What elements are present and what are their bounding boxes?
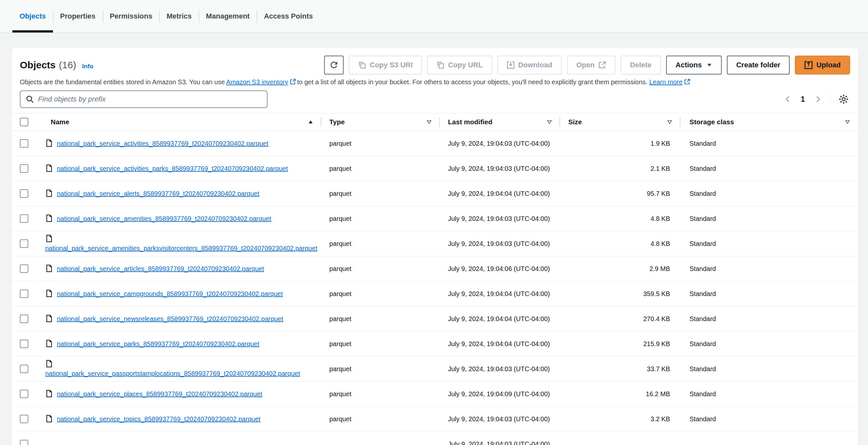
- tab-objects[interactable]: Objects: [12, 0, 53, 32]
- type-cell: parquet: [321, 406, 440, 431]
- storage-class-cell: Standard: [680, 281, 858, 306]
- select-all-checkbox[interactable]: [20, 118, 28, 126]
- object-link[interactable]: national_park_service_newsreleases_85899…: [57, 315, 283, 322]
- row-checkbox[interactable]: [20, 365, 28, 373]
- caret-down-icon: [706, 62, 712, 68]
- delete-button[interactable]: Delete: [621, 56, 661, 75]
- tab-management[interactable]: Management: [198, 0, 256, 32]
- table-row: national_park_service_topics_8589937769_…: [12, 406, 858, 431]
- s3-inventory-link[interactable]: Amazon S3 inventory: [226, 79, 288, 86]
- learn-more-link[interactable]: Learn more: [649, 79, 682, 86]
- object-link[interactable]: national_park_service_parks_8589937769_t…: [57, 340, 259, 348]
- object-link[interactable]: national_park_service_alerts_8589937769_…: [57, 190, 259, 197]
- copy-icon: [437, 61, 444, 69]
- size-cell: 270.4 KB: [560, 306, 680, 331]
- gear-icon: [838, 94, 849, 105]
- row-checkbox[interactable]: [20, 239, 28, 248]
- column-header-storage-class[interactable]: Storage class: [680, 114, 858, 131]
- object-link[interactable]: national_park_service_amenities_parksvis…: [45, 245, 317, 252]
- search-icon: [26, 95, 34, 103]
- create-folder-button[interactable]: Create folder: [727, 56, 790, 75]
- object-link[interactable]: national_park_service_topics_8589937769_…: [57, 415, 260, 422]
- row-checkbox[interactable]: [20, 264, 28, 273]
- tab-permissions[interactable]: Permissions: [103, 0, 160, 32]
- tab-access-points[interactable]: Access Points: [257, 0, 320, 32]
- last-modified-cell: July 9, 2024, 19:04:04 (UTC-04:00): [440, 331, 560, 356]
- type-cell: parquet: [321, 381, 440, 406]
- table-row: national_park_service_articles_858993776…: [12, 256, 858, 281]
- row-checkbox[interactable]: [20, 440, 28, 445]
- copy-url-button[interactable]: Copy URL: [427, 56, 492, 75]
- object-link[interactable]: national_park_service_campgrounds_858993…: [57, 290, 283, 297]
- type-cell: parquet: [321, 356, 440, 381]
- column-header-last-modified[interactable]: Last modified: [440, 114, 560, 131]
- type-cell: [321, 431, 440, 445]
- row-checkbox[interactable]: [20, 415, 28, 423]
- upload-button[interactable]: Upload: [795, 56, 850, 75]
- storage-class-cell: Standard: [680, 331, 858, 356]
- table-row: national_park_service_places_8589937769_…: [12, 381, 858, 406]
- size-cell: 359.5 KB: [560, 281, 680, 306]
- page-title: Objects: [20, 60, 56, 70]
- row-checkbox[interactable]: [20, 290, 28, 298]
- page-number[interactable]: 1: [801, 95, 805, 104]
- size-cell: 3.2 KB: [560, 406, 680, 431]
- object-link[interactable]: national_park_service_activities_parks_8…: [57, 165, 288, 172]
- storage-class-cell: Standard: [680, 256, 858, 281]
- previous-page-button[interactable]: [782, 93, 794, 105]
- refresh-button[interactable]: [324, 56, 344, 75]
- file-icon: [45, 235, 317, 242]
- row-checkbox[interactable]: [20, 164, 28, 173]
- objects-panel: Objects (16) Info: [12, 48, 858, 445]
- open-button[interactable]: Open: [567, 56, 615, 75]
- column-header-type[interactable]: Type: [321, 114, 440, 131]
- size-cell: 95.7 KB: [560, 181, 680, 206]
- row-checkbox[interactable]: [20, 339, 28, 348]
- table-row: national_park_service_parks_8589937769_t…: [12, 331, 858, 356]
- pagination: 1: [782, 93, 850, 106]
- file-icon: [45, 214, 53, 222]
- row-checkbox[interactable]: [20, 315, 28, 323]
- column-header-name[interactable]: Name: [42, 114, 321, 131]
- object-link[interactable]: national_park_service_amenities_85899377…: [57, 215, 271, 222]
- size-cell: 2.9 MB: [560, 256, 680, 281]
- file-icon: [45, 339, 53, 348]
- pager-divider: [830, 93, 831, 105]
- type-cell: parquet: [321, 131, 440, 156]
- column-header-size[interactable]: Size: [560, 114, 680, 131]
- search-input[interactable]: [38, 95, 262, 103]
- storage-class-cell: Standard: [680, 356, 858, 381]
- next-page-button[interactable]: [812, 93, 824, 105]
- row-checkbox[interactable]: [20, 214, 28, 223]
- storage-class-cell: Standard: [680, 231, 858, 256]
- object-link[interactable]: national_park_service_places_8589937769_…: [57, 390, 262, 397]
- storage-class-cell: Standard: [680, 381, 858, 406]
- object-count: (16): [59, 60, 76, 70]
- sort-ascending-icon: [308, 119, 313, 125]
- object-link[interactable]: national_park_service_articles_858993776…: [57, 265, 264, 272]
- info-link[interactable]: Info: [82, 63, 93, 70]
- object-link[interactable]: national_park_service_activities_8589937…: [57, 140, 269, 147]
- file-icon: [45, 139, 53, 147]
- table-row: national_park_service_campgrounds_858993…: [12, 281, 858, 306]
- preferences-button[interactable]: [837, 93, 850, 106]
- download-button[interactable]: Download: [497, 56, 562, 75]
- type-cell: parquet: [321, 206, 440, 231]
- row-checkbox[interactable]: [20, 139, 28, 148]
- object-link[interactable]: national_park_service_passportstamplocat…: [45, 370, 300, 377]
- row-checkbox[interactable]: [20, 390, 28, 398]
- row-checkbox[interactable]: [20, 189, 28, 198]
- last-modified-cell: July 9, 2024, 19:04:06 (UTC-04:00): [440, 256, 560, 281]
- actions-button[interactable]: Actions: [666, 56, 722, 75]
- objects-table: Name Type Last: [12, 113, 858, 445]
- external-link-icon: [598, 61, 606, 69]
- upload-icon: [804, 61, 813, 69]
- copy-s3-uri-button[interactable]: Copy S3 URI: [349, 56, 422, 75]
- size-cell: 1.9 KB: [560, 131, 680, 156]
- tab-properties[interactable]: Properties: [53, 0, 103, 32]
- table-row: national_park_service_alerts_8589937769_…: [12, 181, 858, 206]
- last-modified-cell: July 9, 2024, 19:04:03 (UTC-04:00): [440, 131, 560, 156]
- file-icon: [45, 360, 317, 367]
- tab-metrics[interactable]: Metrics: [159, 0, 198, 32]
- type-cell: parquet: [321, 281, 440, 306]
